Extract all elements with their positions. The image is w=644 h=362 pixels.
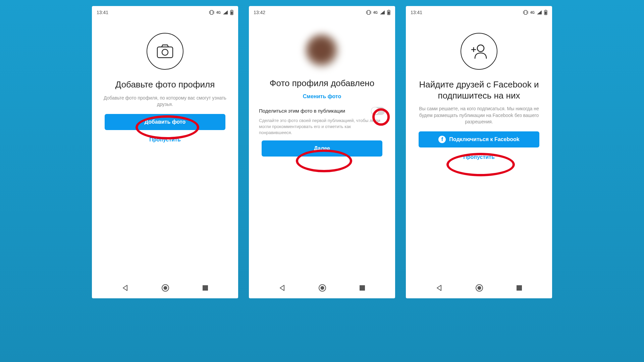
phone-screen-3: 13:41 4G Найдите друзей с Facebook и под… — [406, 6, 552, 298]
nav-home-icon[interactable] — [318, 284, 327, 294]
status-time: 13:41 — [97, 10, 108, 15]
share-toggle-label: Поделиться этим фото в публикации — [259, 108, 345, 114]
phone-screen-1: 13:41 4G Добавьте фото профиля Добавьте … — [92, 6, 238, 298]
svg-point-9 — [164, 286, 167, 290]
change-photo-link[interactable]: Сменить фото — [258, 94, 386, 100]
svg-rect-10 — [203, 285, 208, 291]
add-person-icon — [461, 33, 497, 70]
next-button[interactable]: Далее — [262, 140, 382, 157]
signal-icon — [537, 10, 542, 15]
share-toggle[interactable] — [371, 107, 385, 115]
nav-recent-icon[interactable] — [516, 285, 523, 293]
svg-rect-24 — [545, 10, 546, 10]
battery-icon — [544, 10, 547, 15]
add-photo-button[interactable]: Добавить фото — [105, 114, 225, 130]
status-indicators: 4G — [523, 10, 547, 15]
share-helper-text: Сделайте это фото своей первой публикаци… — [259, 118, 385, 136]
svg-rect-25 — [545, 11, 546, 14]
vibrate-icon — [366, 10, 371, 15]
vibrate-icon — [209, 10, 214, 15]
svg-point-18 — [321, 286, 324, 290]
vibrate-icon — [523, 10, 528, 15]
svg-rect-0 — [210, 10, 213, 14]
nav-home-icon[interactable] — [161, 284, 170, 294]
profile-photo-preview — [304, 33, 340, 68]
svg-rect-31 — [517, 285, 522, 291]
page-title: Добавьте фото профиля — [101, 79, 229, 90]
skip-link[interactable]: Пропустить — [101, 137, 229, 143]
svg-rect-5 — [231, 11, 232, 14]
status-bar: 13:41 4G — [92, 6, 238, 17]
svg-rect-16 — [388, 11, 389, 14]
signal-icon — [380, 10, 385, 15]
svg-rect-4 — [231, 10, 232, 10]
svg-point-26 — [477, 45, 484, 52]
android-nav-bar — [92, 279, 238, 298]
network-label: 4G — [216, 11, 221, 14]
status-indicators: 4G — [209, 10, 233, 15]
network-label: 4G — [530, 11, 535, 14]
svg-rect-11 — [367, 10, 370, 14]
svg-point-30 — [478, 286, 481, 290]
svg-rect-19 — [360, 285, 365, 291]
status-indicators: 4G — [366, 10, 390, 15]
network-label: 4G — [373, 11, 378, 14]
page-title: Найдите друзей с Facebook и подпишитесь … — [415, 79, 543, 101]
connect-facebook-label: Подключиться к Facebook — [449, 136, 519, 142]
nav-back-icon[interactable] — [121, 284, 129, 293]
svg-point-7 — [162, 49, 168, 55]
nav-back-icon[interactable] — [435, 284, 443, 293]
android-nav-bar — [406, 279, 552, 298]
svg-rect-20 — [524, 10, 527, 14]
facebook-icon: f — [438, 136, 446, 143]
battery-icon — [387, 10, 390, 15]
svg-rect-6 — [157, 47, 173, 58]
page-subtitle: Добавьте фото профиля, по которому вас с… — [101, 95, 229, 108]
page-subtitle: Вы сами решаете, на кого подписаться. Мы… — [415, 106, 543, 125]
status-time: 13:42 — [254, 10, 265, 15]
page-title: Фото профиля добавлено — [258, 78, 386, 89]
skip-link[interactable]: Пропустить — [415, 154, 543, 160]
status-bar: 13:41 4G — [406, 6, 552, 17]
camera-icon — [147, 33, 183, 70]
android-nav-bar — [249, 279, 395, 298]
status-time: 13:41 — [411, 10, 422, 15]
nav-back-icon[interactable] — [278, 284, 286, 293]
connect-facebook-button[interactable]: f Подключиться к Facebook — [419, 131, 539, 147]
battery-icon — [230, 10, 233, 15]
status-bar: 13:42 4G — [249, 6, 395, 17]
signal-icon — [223, 10, 228, 15]
nav-home-icon[interactable] — [475, 284, 484, 294]
nav-recent-icon[interactable] — [202, 285, 209, 293]
svg-rect-15 — [388, 10, 389, 10]
phone-screen-2: 13:42 4G Фото профиля добавлено Сменить … — [249, 6, 395, 298]
nav-recent-icon[interactable] — [359, 285, 366, 293]
